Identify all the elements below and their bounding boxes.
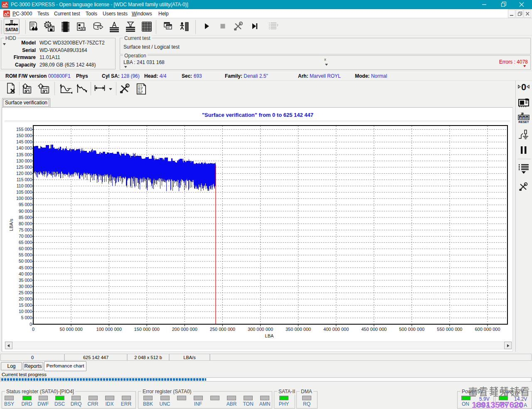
svg-text:110 000: 110 000: [17, 183, 32, 188]
svg-text:25 000: 25 000: [19, 290, 32, 295]
svg-text:135 000: 135 000: [16, 152, 32, 157]
svg-text:450 000 000: 450 000 000: [361, 327, 387, 332]
svg-text:85 000: 85 000: [19, 215, 32, 220]
svg-text:0: 0: [523, 116, 525, 119]
svg-text:0: 0: [32, 327, 34, 332]
svg-text:125 000: 125 000: [16, 165, 32, 170]
svg-text:50 000 000: 50 000 000: [60, 327, 83, 332]
svg-text:500 000 000: 500 000 000: [399, 327, 424, 332]
svg-text:130 000: 130 000: [16, 158, 32, 163]
svg-text:0: 0: [526, 116, 528, 119]
svg-text:20 000: 20 000: [19, 296, 32, 301]
svg-text:50 000: 50 000: [19, 259, 32, 264]
svg-text:65 000: 65 000: [19, 240, 32, 245]
svg-text:600 000 000: 600 000 000: [475, 327, 500, 332]
svg-text:200 000 000: 200 000 000: [172, 327, 197, 332]
svg-text:70 000: 70 000: [19, 234, 32, 239]
svg-text:40 000: 40 000: [19, 271, 32, 276]
svg-text:30 000: 30 000: [19, 284, 32, 289]
svg-text:140 000: 140 000: [16, 145, 32, 150]
svg-text:60 000: 60 000: [19, 246, 32, 251]
svg-text:40 W: 40 W: [138, 90, 143, 93]
svg-text:155 000: 155 000: [16, 127, 32, 132]
svg-text:0: 0: [30, 322, 32, 327]
svg-text:80 000: 80 000: [19, 221, 32, 226]
svg-text:100 000 000: 100 000 000: [96, 327, 122, 332]
svg-text:550 000 000: 550 000 000: [437, 327, 462, 332]
svg-text:15 000: 15 000: [19, 303, 32, 308]
svg-text:0: 0: [520, 116, 521, 119]
svg-text:115 000: 115 000: [17, 177, 32, 182]
svg-text:10 000: 10 000: [19, 309, 32, 314]
svg-text:RESET: RESET: [518, 120, 529, 124]
svg-text:LBA/s: LBA/s: [9, 219, 14, 231]
svg-text:300 000 000: 300 000 000: [248, 327, 273, 332]
svg-text:105 000: 105 000: [16, 190, 32, 195]
svg-text:LBA: LBA: [265, 333, 274, 338]
svg-text:250 000 000: 250 000 000: [210, 327, 235, 332]
svg-text:45 000: 45 000: [19, 265, 32, 270]
svg-text:75 000: 75 000: [19, 227, 32, 232]
svg-text:150 000 000: 150 000 000: [134, 327, 160, 332]
svg-text:95 000: 95 000: [19, 202, 32, 207]
svg-text:0: 0: [521, 82, 526, 92]
svg-text:400 000 000: 400 000 000: [323, 327, 349, 332]
svg-text:90 000: 90 000: [19, 209, 32, 214]
svg-text:100 000: 100 000: [16, 196, 32, 201]
svg-text:5 000: 5 000: [21, 315, 32, 320]
svg-text:35 000: 35 000: [19, 278, 32, 283]
svg-text:145 000: 145 000: [16, 139, 32, 144]
svg-text:150 000: 150 000: [16, 133, 32, 138]
svg-text:350 000 000: 350 000 000: [286, 327, 311, 332]
svg-text:55 000: 55 000: [19, 252, 32, 257]
svg-text:120 000: 120 000: [16, 171, 32, 176]
